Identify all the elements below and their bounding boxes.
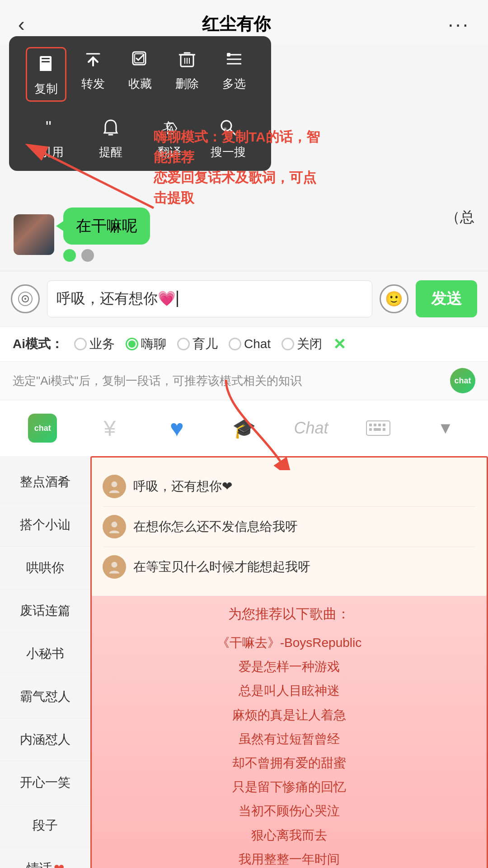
radio-circle-chat <box>229 338 241 350</box>
multiselect-label: 多选 <box>222 76 246 92</box>
radio-circle-business <box>74 338 87 350</box>
suggestion-text-1: 呼吸，还有想你❤ <box>133 477 232 495</box>
suggestion-item-1[interactable]: 呼吸，还有想你❤ <box>103 467 476 507</box>
back-button[interactable]: ‹ <box>18 13 25 36</box>
chat-text-icon: Chat <box>294 419 328 438</box>
toolbar-yen[interactable]: ¥ <box>76 410 144 447</box>
ai-mode-bar: Ai模式： 业务 嗨聊 育儿 Chat 关闭 ✕ <box>0 326 488 361</box>
chat-bubble: 在干嘛呢 <box>63 208 150 245</box>
radio-label-parenting: 育儿 <box>192 335 218 353</box>
remind-icon <box>99 115 123 140</box>
keyboard-icon <box>366 419 391 437</box>
menu-collect[interactable]: 收藏 <box>120 47 160 102</box>
svg-rect-31 <box>383 424 385 426</box>
radio-label-close: 关闭 <box>297 335 322 353</box>
svg-rect-33 <box>374 428 381 431</box>
chat-bubble-wrapper: 在干嘛呢 <box>63 208 150 262</box>
menu-copy[interactable]: 复制 <box>26 47 66 102</box>
suggestion-text-2: 在想你怎么还不发信息给我呀 <box>133 518 298 535</box>
toolbar-row: chat ¥ ♥ 🎓 Chat ▼ <box>0 400 488 456</box>
graduation-icon: 🎓 <box>232 417 256 439</box>
more-button[interactable]: ··· <box>448 13 470 36</box>
ai-mode-label: Ai模式： <box>13 335 63 353</box>
menu-quote[interactable]: " 引用 <box>32 115 72 160</box>
lyric-7: 狠心离我而去 <box>103 823 476 847</box>
menu-remind[interactable]: 提醒 <box>90 115 131 160</box>
suggestion-item-3[interactable]: 在等宝贝什么时候才能想起我呀 <box>103 547 476 587</box>
sidebar-item-xiaomishu[interactable]: 小秘书 <box>0 632 90 675</box>
quote-label: 引用 <box>40 144 64 160</box>
hint-bar: 选定"Ai模式"后，复制一段话，可推荐该模式相关的知识 chat <box>0 361 488 400</box>
svg-rect-30 <box>378 424 381 426</box>
radio-circle-haichat <box>126 338 138 350</box>
songs-section: 为您推荐以下歌曲： 《干嘛去》-BoysRepublic 爱是怎样一种游戏 总是… <box>92 596 487 868</box>
radio-circle-parenting <box>177 338 190 350</box>
online-indicator-2 <box>81 249 94 262</box>
sidebar-item-houhouni[interactable]: 哄哄你 <box>0 547 90 590</box>
chat-avatar <box>14 214 54 255</box>
suggestion-text-3: 在等宝贝什么时候才能想起我呀 <box>133 558 310 576</box>
toolbar-keyboard[interactable] <box>345 413 412 443</box>
emoji-button[interactable]: 🙂 <box>380 284 408 313</box>
forward-icon <box>81 47 105 71</box>
menu-multiselect[interactable]: 多选 <box>214 47 254 102</box>
sidebar-item-duanzi[interactable]: 段子 <box>0 804 90 847</box>
menu-forward[interactable]: 转发 <box>73 47 113 102</box>
online-indicator <box>63 249 76 262</box>
svg-rect-28 <box>369 424 372 426</box>
send-button[interactable]: 发送 <box>416 280 477 317</box>
svg-rect-3 <box>42 61 50 62</box>
sidebar-item-qinghua[interactable]: 情话 ❤ <box>0 847 90 868</box>
svg-rect-32 <box>369 428 372 431</box>
voice-button[interactable] <box>11 284 40 313</box>
sidebar-item-kaiyixiao[interactable]: 开心一笑 <box>0 761 90 804</box>
main-content: 整点酒肴 搭个小讪 哄哄你 废话连篇 小秘书 霸气怼人 内涵怼人 开心一笑 段子… <box>0 456 488 868</box>
lyric-6: 当初不顾伤心哭泣 <box>103 799 476 823</box>
sidebar-item-baqiruren[interactable]: 霸气怼人 <box>0 675 90 718</box>
radio-chat[interactable]: Chat <box>229 337 271 351</box>
radio-haichat[interactable]: 嗨聊 <box>126 335 166 353</box>
radio-parenting[interactable]: 育儿 <box>177 335 218 353</box>
radio-label-chat: Chat <box>244 337 271 351</box>
radio-business[interactable]: 业务 <box>74 335 115 353</box>
heart-icon: ♥ <box>170 415 184 442</box>
toolbar-graduation[interactable]: 🎓 <box>211 411 278 446</box>
menu-delete[interactable]: 删除 <box>167 47 207 102</box>
context-menu-row-1: 复制 转发 收藏 <box>23 47 258 102</box>
song-title[interactable]: 《干嘛去》-BoysRepublic <box>103 631 476 655</box>
left-sidebar: 整点酒肴 搭个小讪 哄哄你 废话连篇 小秘书 霸气怼人 内涵怼人 开心一笑 段子… <box>0 456 90 868</box>
hint-chat-icon[interactable]: chat <box>450 368 475 393</box>
quote-icon: " <box>40 115 64 140</box>
page-title: 红尘有你 <box>25 13 448 36</box>
radio-label-haichat: 嗨聊 <box>141 335 166 353</box>
lyric-8: 我用整整一年时间 <box>103 847 476 868</box>
message-input[interactable]: 呼吸，还有想你💗 <box>47 280 372 317</box>
svg-point-36 <box>112 522 117 528</box>
suggestion-item-2[interactable]: 在想你怎么还不发信息给我呀 <box>103 507 476 547</box>
sidebar-item-feihua[interactable]: 废话连篇 <box>0 590 90 632</box>
toolbar-heart[interactable]: ♥ <box>143 408 211 448</box>
right-content-panel: 呼吸，还有想你❤ 在想你怎么还不发信息给我呀 <box>90 456 488 868</box>
songs-title: 为您推荐以下歌曲： <box>103 605 476 623</box>
chat-title-suffix: （总 <box>446 208 474 227</box>
yen-icon: ¥ <box>104 416 116 441</box>
suggestion-avatar-3 <box>103 555 126 579</box>
sidebar-item-sougexiaoshan[interactable]: 搭个小讪 <box>0 504 90 547</box>
sidebar-item-neihanruren[interactable]: 内涵怼人 <box>0 718 90 761</box>
lyric-4: 却不曾拥有爱的甜蜜 <box>103 751 476 775</box>
toolbar-chat-text[interactable]: Chat <box>277 412 345 444</box>
close-ai-button[interactable]: ✕ <box>333 335 346 353</box>
input-bar: 呼吸，还有想你💗 🙂 发送 <box>0 271 488 326</box>
toolbar-down[interactable]: ▼ <box>412 412 479 444</box>
svg-point-26 <box>24 298 26 300</box>
svg-point-37 <box>112 562 117 568</box>
delete-icon <box>175 47 199 71</box>
radio-close[interactable]: 关闭 <box>282 335 322 353</box>
sidebar-item-zhengdian[interactable]: 整点酒肴 <box>0 461 90 504</box>
annotation-text: 嗨聊模式：复制TA的话，智能推荐 恋爱回复话术及歌词，可点击提取 <box>154 127 325 208</box>
ai-chat-icon: chat <box>28 414 57 443</box>
suggestions-section: 呼吸，还有想你❤ 在想你怎么还不发信息给我呀 <box>92 458 487 596</box>
suggestion-avatar-1 <box>103 475 126 498</box>
forward-label: 转发 <box>81 76 105 92</box>
toolbar-ai-chat[interactable]: chat <box>9 407 76 449</box>
